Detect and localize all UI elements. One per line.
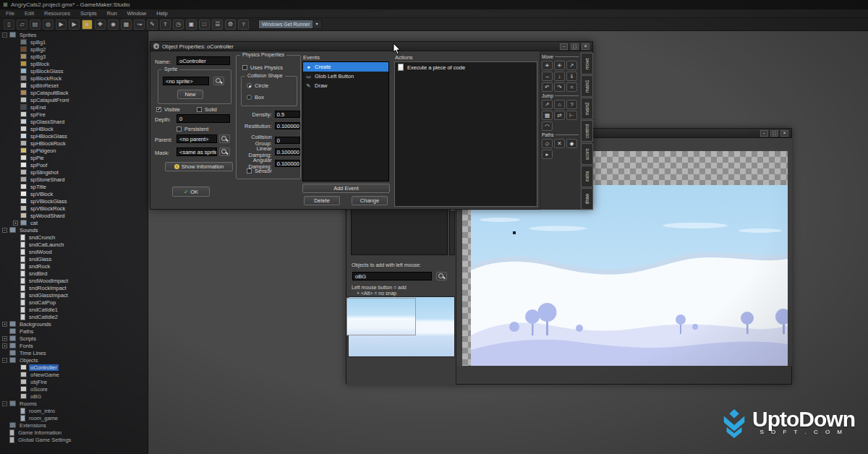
toolbar-button[interactable]: T — [160, 20, 171, 30]
palette-action-button[interactable]: = — [566, 82, 577, 92]
toolbar-button[interactable]: ■ — [82, 20, 93, 30]
tree-row[interactable]: spBg3 — [0, 53, 148, 60]
tree-row[interactable]: sndWood — [0, 248, 148, 255]
menu-item[interactable]: Edit — [25, 10, 34, 17]
menu-item[interactable]: Window — [127, 10, 147, 17]
dialog-titlebar[interactable]: Object Properties: oController – ▢ ✕ — [150, 42, 592, 51]
palette-action-button[interactable]: ⇄ — [554, 111, 565, 120]
toolbar-button[interactable]: ✎ — [147, 20, 158, 30]
menu-item[interactable]: Run — [107, 10, 117, 17]
toolbar-button[interactable]: ⚙ — [225, 20, 236, 30]
tree-row[interactable]: room_intro — [0, 407, 148, 414]
pick-parent-button[interactable] — [219, 134, 230, 143]
tree-row[interactable]: spCatapultFront — [0, 96, 148, 103]
tree-row[interactable]: sndCatIdle1 — [0, 306, 148, 313]
solid-checkbox-row[interactable]: Solid — [197, 106, 217, 113]
toolbar-button[interactable]: ▶ — [69, 20, 80, 30]
toolbar-button[interactable]: ◍ — [43, 20, 54, 30]
tree-expand-toggle[interactable]: + — [2, 343, 7, 348]
tree-row[interactable]: Time Lines — [0, 349, 148, 356]
palette-action-button[interactable]: ↓ — [554, 72, 565, 81]
palette-action-button[interactable]: ? — [566, 100, 577, 109]
palette-action-button[interactable]: ◇ — [542, 139, 553, 148]
visible-checkbox-row[interactable]: Visible — [156, 106, 180, 113]
depth-field[interactable]: 0 — [176, 114, 230, 123]
tree-row[interactable]: − Sounds — [0, 226, 148, 234]
tree-row[interactable]: sndBird — [0, 270, 148, 277]
tree-row[interactable]: sndCatPop — [0, 299, 148, 306]
palette-tab[interactable]: extra — [581, 166, 593, 187]
solid-checkbox[interactable] — [197, 107, 202, 112]
toolbar-button[interactable]: ▦ — [121, 20, 132, 30]
toolbar-button[interactable]: ▯ — [4, 20, 14, 30]
tree-row[interactable]: spVBlockGlass — [0, 197, 148, 205]
tree-row[interactable]: spBg2 — [0, 46, 148, 53]
tree-expand-toggle[interactable]: + — [2, 322, 7, 327]
palette-tab[interactable]: control — [581, 120, 593, 142]
physics-field-value[interactable]: 0.1000000 — [275, 122, 300, 129]
tree-row[interactable]: + cat — [0, 219, 148, 226]
tree-row[interactable]: sndCatIdle2 — [0, 313, 148, 320]
tree-row[interactable]: sndCrunch — [0, 234, 148, 241]
palette-action-button[interactable]: ▦ — [542, 111, 553, 120]
tree-row[interactable]: − Objects — [0, 356, 148, 364]
box-radio-row[interactable]: Box — [247, 94, 264, 100]
change-event-button[interactable]: Change — [352, 196, 388, 205]
tree-row[interactable]: spTitle — [0, 183, 148, 190]
maximize-button[interactable]: ▢ — [770, 130, 778, 137]
palette-action-button[interactable]: ⇓ — [566, 72, 577, 81]
toolbar-button[interactable]: □ — [199, 20, 210, 30]
tree-row[interactable]: sndRock — [0, 262, 148, 270]
target-platform-dropdown[interactable]: Windows Get Runner ▾ — [258, 20, 322, 29]
menu-item[interactable]: File — [6, 10, 14, 17]
tree-row[interactable]: spGlassShard — [0, 118, 148, 125]
physics-field-value[interactable]: 0 — [275, 137, 300, 144]
palette-action-button[interactable]: ◆ — [566, 139, 577, 148]
persistent-checkbox[interactable] — [176, 127, 182, 132]
tree-expand-toggle[interactable]: − — [2, 33, 7, 38]
tree-expand-toggle[interactable]: − — [2, 401, 7, 406]
palette-action-button[interactable]: ✳ — [554, 61, 565, 70]
toolbar-button[interactable]: ◉ — [108, 20, 119, 30]
name-field[interactable]: oController — [176, 56, 230, 65]
tree-row[interactable]: spBlockGlass — [0, 67, 148, 74]
tree-row[interactable]: spCatapultBack — [0, 89, 148, 96]
uses-physics-row[interactable]: Uses Physics — [242, 64, 283, 71]
close-button[interactable]: ✕ — [780, 130, 788, 137]
tree-row[interactable]: sndGlass — [0, 255, 148, 262]
tree-row[interactable]: spBtnReset — [0, 82, 148, 89]
palette-action-button[interactable]: → — [542, 72, 553, 81]
tree-row[interactable]: spEnd — [0, 103, 148, 111]
pick-mask-button[interactable] — [219, 147, 230, 156]
palette-action-button[interactable]: ↷ — [554, 82, 565, 92]
circle-radio[interactable] — [247, 83, 252, 88]
minimize-button[interactable]: – — [760, 130, 768, 137]
tree-row[interactable]: objFire — [0, 378, 148, 385]
tree-row[interactable]: sndRockImpact — [0, 284, 148, 291]
tree-row[interactable]: spVBlock — [0, 190, 148, 197]
palette-action-button[interactable]: ✕ — [554, 139, 565, 148]
circle-radio-row[interactable]: Circle — [247, 82, 268, 89]
toolbar-button[interactable]: ↝ — [134, 20, 145, 30]
tree-row[interactable]: spVBlockRock — [0, 205, 148, 212]
new-sprite-button[interactable]: New — [177, 90, 203, 99]
box-radio[interactable] — [247, 95, 252, 100]
palette-action-button[interactable]: ↶ — [542, 82, 553, 92]
tree-row[interactable]: − Rooms — [0, 400, 148, 407]
event-list-item[interactable]: ✎ Draw — [303, 81, 388, 90]
tree-row[interactable]: oBG — [0, 393, 148, 400]
tree-row[interactable]: spBlockRock — [0, 74, 148, 82]
menu-item[interactable]: Scripts — [80, 10, 97, 17]
persistent-checkbox-row[interactable]: Persistent — [176, 126, 208, 132]
palette-action-button[interactable]: ↗ — [566, 61, 577, 70]
tree-row[interactable]: spHBlock — [0, 125, 148, 132]
tree-expand-toggle[interactable]: + — [2, 336, 7, 341]
tree-row[interactable]: spFire — [0, 111, 148, 118]
tree-row[interactable]: Global Game Settings — [0, 436, 148, 443]
show-information-button[interactable]: i Show Information — [165, 162, 233, 171]
tree-row[interactable]: Extensions — [0, 421, 148, 429]
tree-row[interactable]: oController — [0, 364, 148, 371]
tree-row[interactable]: spHBlockRock — [0, 140, 148, 147]
toolbar-button[interactable]: ? — [238, 20, 249, 30]
palette-tab[interactable]: main2 — [581, 98, 593, 119]
